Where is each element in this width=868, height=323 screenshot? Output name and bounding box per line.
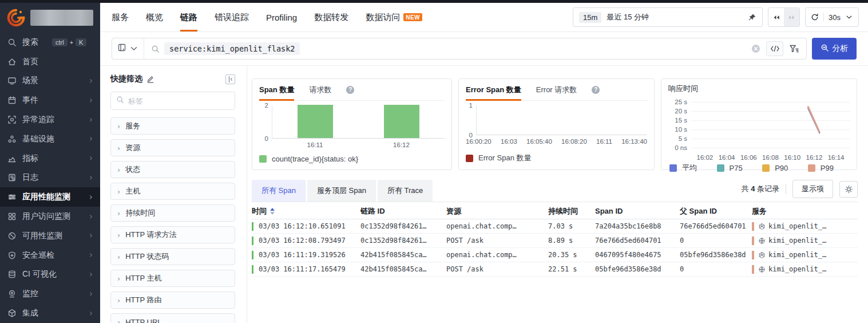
gear-icon[interactable] (839, 181, 858, 198)
sidebar-item-security[interactable]: 安全巡检› (0, 246, 100, 265)
filter-item[interactable]: ›HTTP 请求方法 (110, 226, 235, 243)
nav-tab-label: 链路 (180, 12, 197, 23)
refresh-interval-value[interactable]: 30s (829, 13, 841, 22)
legend-item[interactable]: P99 (808, 164, 834, 172)
sidebar-item-monitor[interactable]: 监控› (0, 284, 100, 304)
clear-search-icon[interactable] (751, 44, 760, 53)
sidebar-item-search[interactable]: 搜索ctrl+K (0, 33, 100, 52)
chart-tab-请求数[interactable]: 请求数 (309, 79, 331, 100)
table-row[interactable]: 03/03 16:11:19.31952642b415f085845ca…ope… (252, 248, 858, 262)
sidebar-item-label: 监控 (22, 289, 38, 299)
cell-value: openai.chat.comp… (446, 251, 517, 259)
filter-icon[interactable] (789, 44, 799, 53)
code-mode-button[interactable] (766, 41, 783, 56)
nav-tab-数据访问[interactable]: 数据访问NEW (366, 3, 422, 31)
display-columns-button[interactable]: 显示项 (792, 180, 833, 198)
help-icon[interactable]: ? (346, 86, 354, 94)
sidebar-item-infrastructure[interactable]: 基础设施› (0, 129, 100, 149)
filter-item[interactable]: ›持续时间 (110, 204, 235, 222)
results-tab-所有 Trace[interactable]: 所有 Trace (378, 180, 433, 202)
auto-refresh-control[interactable]: 30s (805, 7, 859, 27)
filter-item[interactable]: ›资源 (110, 139, 235, 156)
cell-value: 8.89 s (548, 237, 573, 245)
saved-view-selector[interactable] (112, 38, 144, 59)
filter-item[interactable]: ›主机 (110, 183, 235, 200)
sidebar-item-ci[interactable]: CI 可视化› (0, 265, 100, 285)
table-row[interactable]: 03/03 16:12:08.7934970c1352d98f84261…POS… (252, 234, 858, 248)
chart-tab-Error 请求数[interactable]: Error 请求数 (536, 79, 577, 100)
sidebar-item-scene[interactable]: 场景› (0, 72, 100, 91)
nav-tab-链路[interactable]: 链路 (180, 3, 197, 31)
infrastructure-icon (7, 135, 17, 144)
column-header-时间[interactable]: 时间 (252, 206, 360, 216)
nav-tab-数据转发[interactable]: 数据转发 (314, 3, 348, 31)
sidebar-search-label: 搜索 (22, 37, 38, 48)
filter-item[interactable]: ›HTTP 主机 (110, 270, 235, 287)
time-range-short-chip[interactable]: 15m (579, 12, 601, 23)
chart-tab-Error Span 数量[interactable]: Error Span 数量 (466, 79, 521, 100)
chart-legend: count(trace_id){status: ok} (259, 155, 445, 164)
filter-item[interactable]: ›HTTP 状态码 (110, 248, 235, 265)
pin-icon[interactable] (748, 13, 756, 22)
filter-item[interactable]: ›状态 (110, 161, 235, 178)
help-icon[interactable]: ? (592, 86, 600, 94)
nav-tab-错误追踪[interactable]: 错误追踪 (215, 3, 249, 31)
nav-tab-服务[interactable]: 服务 (112, 3, 129, 31)
sidebar-item-event[interactable]: 事件› (0, 90, 100, 110)
main-column: 服务概览链路错误追踪Profiling数据转发数据访问NEW 15m 最近 15… (100, 0, 868, 323)
cell-parent_span_id: 05bfe96d3586e38d (680, 251, 752, 259)
collapse-panel-icon[interactable] (225, 74, 235, 84)
results-tab-所有 Span[interactable]: 所有 Span (252, 180, 306, 202)
chevron-right-icon: › (89, 77, 93, 85)
step-back-icon[interactable] (768, 8, 784, 26)
sidebar-item-availability[interactable]: 可用性监测› (0, 226, 100, 246)
chart-tabs: Error Span 数量Error 请求数? (466, 79, 647, 101)
sidebar-item-rum[interactable]: 用户访问监测› (0, 207, 100, 226)
legend-item[interactable]: P90 (762, 164, 788, 172)
sidebar-item-logs[interactable]: 日志› (0, 168, 100, 188)
legend-item[interactable]: 平均 (669, 163, 697, 173)
table-row[interactable]: 03/03 16:12:10.6510910c1352d98f84261…ope… (252, 219, 858, 234)
sidebar-item-label: 异常追踪 (22, 115, 54, 125)
filter-item[interactable]: ›HTTP URL (110, 313, 235, 323)
time-range-picker[interactable]: 15m 最近 15 分钟 (573, 7, 763, 27)
nav-tab-概览[interactable]: 概览 (146, 3, 163, 31)
availability-icon (7, 231, 17, 241)
results-tab-服务顶层 Span[interactable]: 服务顶层 Span (307, 180, 376, 202)
filter-item-label: HTTP 请求方法 (125, 230, 176, 240)
refresh-icon[interactable] (811, 13, 819, 21)
table-row[interactable]: 03/03 16:11:17.16547942b415f085845ca…POS… (252, 262, 858, 277)
cell-span_id: 05bfe96d3586e38d (595, 265, 680, 273)
status-bar (252, 222, 253, 231)
sidebar-item-integration[interactable]: 集成› (0, 304, 100, 323)
filter-item-label: HTTP 主机 (125, 273, 161, 283)
error-tracking-icon (7, 115, 17, 124)
sort-icon[interactable] (270, 208, 275, 215)
guance-logo-icon[interactable] (7, 9, 25, 27)
analyze-button[interactable]: 分析 (812, 38, 857, 60)
legend-item[interactable]: Error Span 数量 (466, 153, 531, 163)
cell-value: POST /ask (446, 237, 483, 245)
sidebar-item-metrics[interactable]: 指标› (0, 149, 100, 168)
tag-search-input[interactable] (128, 97, 229, 105)
search-query-chip[interactable]: service:kimi_openlit_flask2 (164, 42, 300, 55)
edit-icon[interactable] (146, 75, 154, 83)
chart-tab-Span 数量[interactable]: Span 数量 (259, 79, 294, 100)
sidebar-item-apm[interactable]: 应用性能监测› (0, 187, 100, 207)
legend-item[interactable]: count(trace_id){status: ok} (259, 155, 358, 163)
bar[interactable] (298, 105, 333, 138)
cell-value: kimi_openlit_… (768, 251, 826, 259)
filter-item-label: HTTP 路由 (125, 295, 161, 305)
legend-item[interactable]: P75 (717, 164, 743, 172)
sidebar-item-error-tracking[interactable]: 异常追踪› (0, 110, 100, 129)
workspace-name-redacted[interactable] (30, 10, 93, 26)
filter-item-label: 主机 (125, 186, 140, 196)
cell-duration: 7.03 s (548, 222, 595, 230)
filter-item[interactable]: ›HTTP 路由 (110, 292, 235, 309)
y-axis: 20 (259, 105, 272, 139)
filter-item[interactable]: ›服务 (110, 117, 235, 135)
sidebar-item-home[interactable]: 首页 (0, 52, 100, 72)
step-forward-icon[interactable] (784, 8, 799, 26)
bar[interactable] (384, 105, 419, 138)
nav-tab-Profiling[interactable]: Profiling (266, 3, 297, 31)
